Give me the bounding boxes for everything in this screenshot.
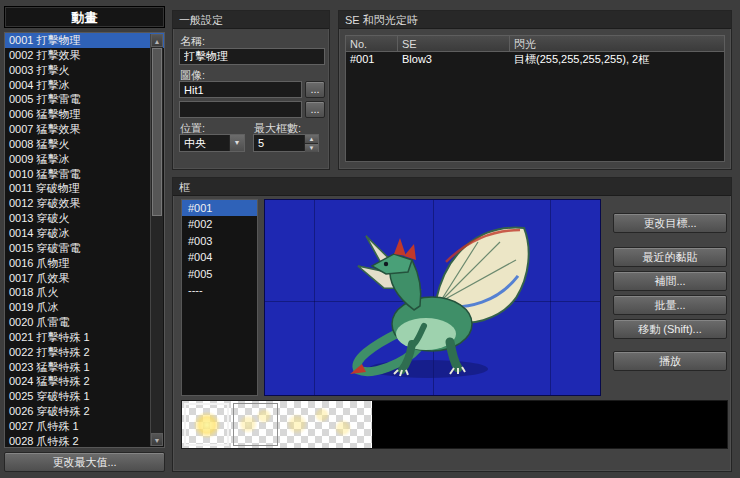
animation-list-item[interactable]: 0021 打擊特殊 1	[5, 330, 164, 345]
animation-list-item[interactable]: 0020 爪雷電	[5, 315, 164, 330]
frames-title: 框	[173, 178, 731, 196]
frame-list-item[interactable]: #003	[182, 233, 257, 249]
dragon-sprite	[328, 214, 538, 382]
scroll-up-icon[interactable]: ▲	[151, 34, 163, 47]
preview-guide-right	[550, 200, 551, 395]
animation-list-scrollbar[interactable]: ▲ ▼	[150, 34, 163, 446]
change-maximum-button[interactable]: 更改最大值...	[4, 452, 165, 472]
se-flash-panel: SE 和閃光定時 No.SE閃光 #001Blow3目標(255,255,255…	[338, 10, 732, 170]
frame-list-item[interactable]: #005	[182, 266, 257, 282]
thumbnail-checkered-area	[182, 401, 372, 448]
image-input[interactable]	[179, 81, 302, 98]
position-select[interactable]: 中央 ▼	[179, 134, 245, 152]
animation-list-item[interactable]: 0015 穿破雷電	[5, 241, 164, 256]
frame-list-item[interactable]: #002	[182, 216, 257, 232]
animation-list-item[interactable]: 0010 猛擊雷電	[5, 167, 164, 182]
se-table-header: No.SE閃光	[345, 35, 725, 52]
move-shift-button[interactable]: 移動 (Shift)...	[613, 319, 727, 339]
animation-list-item[interactable]: 0003 打擊火	[5, 63, 164, 78]
animation-list-item[interactable]: 0001 打擊物理	[5, 33, 164, 48]
se-column-header[interactable]: SE	[397, 35, 509, 52]
frame-thumbnail[interactable]	[233, 403, 278, 446]
image-browse-button[interactable]: ...	[305, 81, 325, 98]
animation-list-item[interactable]: 0016 爪物理	[5, 256, 164, 271]
frame-actions: 更改目標...最近的黏貼補間...批量...移動 (Shift)...播放	[613, 213, 727, 371]
animation-sidebar: 動畫 0001 打擊物理0002 打擊效果0003 打擊火0004 打擊冰000…	[4, 6, 165, 472]
frame-list-item[interactable]: ----	[182, 282, 257, 298]
frame-thumbnail-strip[interactable]	[181, 400, 728, 449]
frame-thumbnail[interactable]	[184, 403, 229, 446]
animation-list-item[interactable]: 0024 猛擊特殊 2	[5, 374, 164, 389]
scroll-down-icon[interactable]: ▼	[151, 433, 163, 446]
image2-browse-button[interactable]: ...	[305, 101, 325, 118]
name-label: 名稱:	[180, 34, 205, 49]
animation-list-item[interactable]: 0002 打擊效果	[5, 48, 164, 63]
animation-list-item[interactable]: 0017 爪效果	[5, 271, 164, 286]
animation-list-item[interactable]: 0019 爪冰	[5, 300, 164, 315]
change-target-button[interactable]: 更改目標...	[613, 213, 727, 233]
se-table-row[interactable]: #001Blow3目標(255,255,255,255), 2框	[346, 52, 724, 67]
animation-list-item[interactable]: 0007 猛擊效果	[5, 122, 164, 137]
paste-last-button[interactable]: 最近的黏貼	[613, 247, 727, 267]
position-value: 中央	[180, 135, 229, 151]
chevron-down-icon[interactable]: ▼	[229, 135, 244, 151]
se-column-header[interactable]: No.	[345, 35, 397, 52]
se-row-sound: Blow3	[398, 52, 510, 67]
preview-guide-left	[314, 200, 315, 395]
animation-list-item[interactable]: 0005 打擊雷電	[5, 92, 164, 107]
play-button[interactable]: 播放	[613, 351, 727, 371]
animation-list-item[interactable]: 0022 打擊特殊 2	[5, 345, 164, 360]
animation-list-item[interactable]: 0009 猛擊冰	[5, 152, 164, 167]
se-row-flash: 目標(255,255,255,255), 2框	[510, 52, 724, 67]
se-row-no: #001	[346, 52, 398, 67]
animation-list-item[interactable]: 0008 猛擊火	[5, 137, 164, 152]
animation-preview[interactable]	[264, 199, 601, 396]
scrollbar-thumb[interactable]	[152, 48, 162, 216]
animation-list-item[interactable]: 0023 猛擊特殊 1	[5, 360, 164, 375]
animation-list-item[interactable]: 0028 爪特殊 2	[5, 434, 164, 448]
frames-panel: 框 #001#002#003#004#005----	[172, 177, 732, 472]
animation-list-item[interactable]: 0018 爪火	[5, 285, 164, 300]
sidebar-title: 動畫	[4, 6, 165, 28]
spinner-down-icon[interactable]: ▼	[305, 144, 318, 152]
image2-input[interactable]	[179, 101, 302, 118]
name-input[interactable]	[179, 48, 325, 65]
spinner-up-icon[interactable]: ▲	[305, 135, 318, 144]
max-frames-value: 5	[254, 135, 304, 151]
se-flash-title: SE 和閃光定時	[339, 11, 731, 29]
animation-list-item[interactable]: 0013 穿破火	[5, 211, 164, 226]
animation-list-item[interactable]: 0012 穿破效果	[5, 196, 164, 211]
animation-list-item[interactable]: 0011 穿破物理	[5, 181, 164, 196]
frame-list-item[interactable]: #001	[182, 200, 257, 216]
animation-list[interactable]: 0001 打擊物理0002 打擊效果0003 打擊火0004 打擊冰0005 打…	[4, 32, 165, 448]
se-table-body[interactable]: #001Blow3目標(255,255,255,255), 2框	[345, 52, 725, 162]
animation-list-item[interactable]: 0025 穿破特殊 1	[5, 389, 164, 404]
animation-list-item[interactable]: 0006 猛擊物理	[5, 107, 164, 122]
batch-button[interactable]: 批量...	[613, 295, 727, 315]
max-frames-spinner[interactable]: 5 ▲ ▼	[253, 134, 319, 152]
animation-list-item[interactable]: 0004 打擊冰	[5, 78, 164, 93]
animation-list-item[interactable]: 0026 穿破特殊 2	[5, 404, 164, 419]
tween-button[interactable]: 補間...	[613, 271, 727, 291]
general-settings-panel: 一般設定 名稱: 圖像: ... ... 位置: 最大框數: 中央 ▼ 5 ▲ …	[172, 10, 330, 170]
se-flash-table[interactable]: No.SE閃光 #001Blow3目標(255,255,255,255), 2框	[345, 35, 725, 162]
frame-list[interactable]: #001#002#003#004#005----	[181, 199, 258, 396]
frame-list-item[interactable]: #004	[182, 249, 257, 265]
general-settings-title: 一般設定	[173, 11, 329, 29]
animation-list-item[interactable]: 0014 穿破冰	[5, 226, 164, 241]
animation-list-item[interactable]: 0027 爪特殊 1	[5, 419, 164, 434]
se-column-header[interactable]: 閃光	[509, 35, 725, 52]
animation-rows: 0001 打擊物理0002 打擊效果0003 打擊火0004 打擊冰0005 打…	[5, 33, 164, 448]
